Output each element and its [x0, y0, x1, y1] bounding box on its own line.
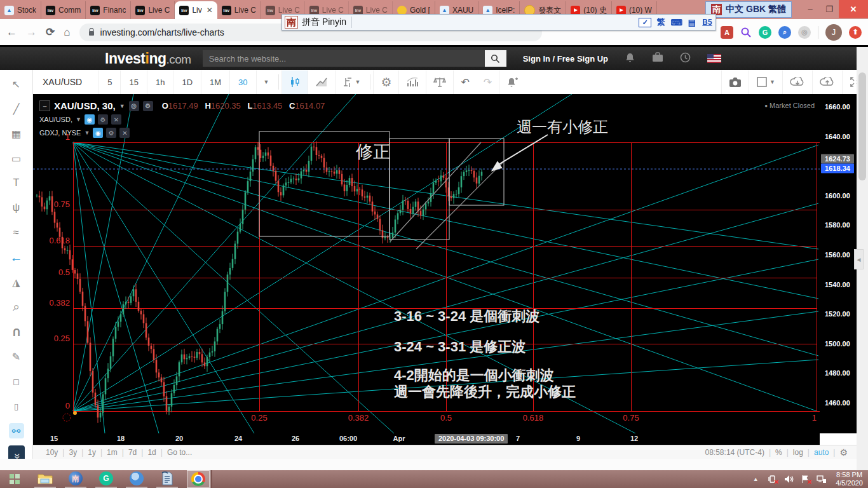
price-axis[interactable]: 1660.001640.001600.001580.001560.001540.… [820, 94, 857, 433]
ime-encoding-button[interactable]: B5 [702, 18, 713, 27]
range-button-1m[interactable]: 1m [107, 448, 118, 457]
overlay-gear-icon[interactable]: ⚙ [106, 128, 116, 138]
search-extension-icon[interactable] [740, 27, 752, 38]
site-search-input[interactable] [203, 50, 485, 67]
site-logo[interactable]: Investing.com [105, 50, 191, 67]
gann-tools-icon[interactable]: ▦ [9, 126, 24, 141]
restore-button[interactable]: ❐ [820, 0, 839, 18]
trash-tool-icon[interactable]: ▯ [9, 398, 24, 414]
wordpad-taskbar-icon[interactable] [156, 470, 178, 488]
browser-menu-icon[interactable]: ⬆ [849, 26, 862, 39]
minimize-button[interactable]: – [801, 0, 820, 18]
save-chart-button[interactable] [812, 71, 842, 94]
acrobat-extension-icon[interactable]: A [721, 26, 733, 39]
ime-traditional-toggle[interactable]: 繁 [655, 17, 667, 28]
grammarly-extension-icon[interactable]: G [759, 26, 771, 39]
language-flag-icon[interactable] [707, 54, 721, 63]
recent-quotes-clock-icon[interactable] [680, 52, 691, 65]
candlestick-chart-type-button[interactable] [281, 71, 308, 94]
timeframe-button-15[interactable]: 15 [120, 71, 146, 94]
indicators-button[interactable] [398, 71, 426, 94]
draw-tool-icon[interactable]: ✎ [9, 349, 24, 364]
sign-in-link[interactable]: Sign In / Free Sign Up [523, 54, 608, 64]
browser-tab-3[interactable]: InvFinanc [86, 1, 131, 19]
timeframe-button-1h[interactable]: 1h [147, 71, 173, 94]
chromium-taskbar-icon[interactable] [126, 470, 147, 488]
log-scale-button[interactable]: log [793, 448, 803, 457]
site-search-button[interactable] [485, 50, 506, 67]
shape-tool-icon[interactable]: ▭ [9, 151, 24, 166]
tab-close-icon[interactable]: ✕ [207, 6, 213, 15]
layout-button[interactable]: ▼ [749, 71, 782, 94]
undo-button[interactable]: ↶ [453, 71, 476, 94]
ime-keyboard-icon[interactable]: ⌨ [670, 18, 682, 27]
annotation-texts[interactable]: 修正週一有小修正3-16 ~ 3-24 是個衝刺波3-24 ~ 3-31 是修正… [356, 118, 608, 400]
range-button-10y[interactable]: 10y [46, 448, 58, 457]
action-center-flag-icon[interactable]: ✕ [800, 474, 810, 484]
timeframe-dropdown[interactable]: ▼ [256, 71, 276, 94]
pattern-tool-icon[interactable]: ◮ [9, 274, 24, 290]
overlay-close-icon[interactable]: ✕ [119, 128, 130, 138]
chart-canvas[interactable]: 10.750.6180.50.3820.2500.250.3820.50.618… [33, 94, 820, 433]
range-button-3y[interactable]: 3y [69, 448, 77, 457]
portfolio-icon[interactable] [652, 52, 663, 65]
refresh-button[interactable]: ⟳ [46, 25, 55, 39]
auto-scale-button[interactable]: auto [814, 448, 829, 457]
overlay-close-icon[interactable]: ✕ [111, 114, 121, 125]
symbol-input[interactable]: XAU/USD [35, 77, 98, 87]
area-chart-type-button[interactable] [308, 71, 335, 94]
text-tool-icon[interactable]: T [9, 175, 24, 191]
goto-button[interactable]: Go to... [167, 448, 192, 457]
link-tool-icon[interactable]: ⚯ [9, 423, 24, 438]
overlay-gear-icon[interactable]: ⚙ [98, 114, 108, 125]
close-button[interactable]: ✕ [839, 0, 868, 18]
orange-marker-dot[interactable] [73, 411, 77, 415]
scrollbar-thumb[interactable] [858, 72, 866, 180]
ime-pad-icon[interactable]: ▤ [686, 18, 698, 27]
browser-tab-1[interactable]: ▲Stock [0, 1, 41, 19]
taskbar-clock[interactable]: 8:58 PM4/5/2020 [836, 471, 863, 487]
browser-tab-6[interactable]: InvLive C [217, 1, 261, 19]
axis-settings-gear-icon[interactable]: ⚙ [839, 447, 848, 458]
network-icon[interactable] [817, 474, 827, 484]
cursor-tool-icon[interactable]: ↖ [9, 76, 24, 92]
redo-button[interactable]: ↷ [477, 71, 499, 94]
back-button[interactable]: ← [6, 26, 17, 39]
ime-check-icon[interactable]: ✓ [639, 18, 651, 27]
zoom-tool-icon[interactable]: ⌕ [9, 299, 24, 315]
settings-button[interactable]: ⚙ [373, 71, 398, 94]
home-button[interactable]: ⌂ [64, 26, 70, 39]
legend-gear-icon[interactable]: ⚙ [143, 101, 153, 111]
browser-tab-4[interactable]: InvLive C [131, 1, 175, 19]
browser-tab-2[interactable]: InvComm [41, 1, 86, 19]
arrow-left-tool-icon[interactable]: ← [9, 250, 24, 265]
trend-line-tool-icon[interactable]: ╱ [9, 101, 24, 116]
timeframe-button-30[interactable]: 30 [229, 71, 255, 94]
screenshot-button[interactable] [721, 71, 749, 94]
pitchfork-tool-icon[interactable]: ψ [9, 200, 24, 215]
collapse-panel-handle[interactable]: ◄ [854, 249, 864, 269]
start-button[interactable] [4, 471, 25, 487]
overlay-eye-icon[interactable]: ◉ [85, 114, 95, 125]
magnet-tool-icon[interactable]: U [9, 324, 24, 339]
volume-icon[interactable] [783, 474, 794, 484]
dashed-marker-circle[interactable] [63, 414, 71, 421]
timeframe-button-5[interactable]: 5 [98, 71, 120, 94]
scales-button[interactable] [426, 71, 453, 94]
removable-device-icon[interactable]: ✕ [767, 474, 777, 484]
forward-button[interactable]: → [26, 26, 37, 39]
ime-language-status[interactable]: 南中文 GBK 繁體 [705, 1, 792, 18]
file-explorer-taskbar-icon[interactable] [34, 470, 56, 488]
show-hidden-icons-button[interactable]: ▲ [750, 474, 761, 484]
percent-scale-button[interactable]: % [775, 448, 782, 457]
compare-button[interactable]: ▼ [335, 71, 367, 94]
load-chart-button[interactable] [782, 71, 812, 94]
timeframe-button-1M[interactable]: 1M [201, 71, 229, 94]
grammarly-taskbar-icon[interactable]: G [95, 470, 117, 488]
blue-search-extension-icon[interactable]: ⌕ [778, 26, 791, 39]
chrome-taskbar-icon[interactable] [187, 470, 210, 488]
browser-tab-5[interactable]: InvLiv✕ [175, 1, 217, 19]
range-button-7d[interactable]: 7d [128, 448, 137, 457]
disabled-extension-icon[interactable]: ◎ [798, 26, 811, 39]
create-alert-button[interactable] [499, 71, 525, 94]
